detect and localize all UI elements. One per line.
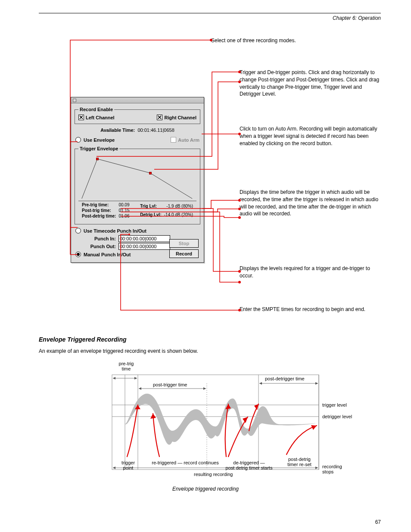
annot-smpte: Enter the SMPTE times for recording to b…	[240, 306, 382, 313]
use-timecode-radio[interactable]	[75, 228, 81, 233]
detrigger-point-handle[interactable]	[149, 172, 152, 174]
svg-rect-11	[112, 375, 319, 470]
punch-in-label: Punch In:	[86, 236, 116, 241]
left-channel-label: Left Channel	[86, 115, 115, 120]
lbl-detriglvl: detrigger level	[322, 414, 352, 419]
use-envelope-label: Use Envelope	[84, 137, 115, 143]
page-number: 67	[375, 519, 381, 530]
svg-marker-24	[259, 382, 262, 385]
section-title: Envelope Triggered Recording	[39, 336, 381, 343]
titlebar[interactable]	[71, 97, 204, 103]
annot-times-display: Displays the time before the trigger in …	[240, 189, 382, 218]
available-time: Available Time: 00:01:46.11|0658	[71, 128, 204, 133]
annot-levels-display: Displays the levels required for a trigg…	[240, 265, 382, 280]
lbl-trigpoint: trigger point	[116, 460, 140, 470]
lbl-timerreset: post-detrig timer re-set	[282, 457, 317, 467]
svg-marker-25	[315, 382, 318, 385]
svg-marker-35	[254, 404, 258, 410]
svg-marker-34	[243, 417, 248, 423]
section-body: An example of an envelope triggered reco…	[39, 348, 381, 354]
record-enable-legend: Record Enable	[78, 107, 114, 112]
right-channel-label: Right Channel	[164, 115, 196, 120]
lbl-triglvl: trigger level	[322, 402, 347, 408]
stop-button[interactable]: Stop	[169, 239, 199, 248]
trigger-envelope-group: Trigger Envelope Pre-trig time:00.09 Pos…	[75, 146, 200, 224]
lbl-posttrig: post-trigger time	[153, 382, 187, 387]
header-chapter: Chapter 6: Operation	[333, 15, 381, 21]
annot-trigger-points: Trigger and De-trigger points. Click and…	[240, 69, 382, 98]
record-button[interactable]: Record	[169, 249, 199, 258]
svg-marker-31	[135, 405, 140, 409]
record-settings-dialog: Record Enable ✕Left Channel ✕Right Chann…	[71, 97, 204, 263]
lbl-recresult: resulting recording	[194, 472, 233, 477]
auto-arm-checkbox[interactable]: Auto Arm	[171, 137, 199, 143]
left-channel-checkbox[interactable]: ✕Left Channel	[78, 115, 115, 120]
lbl-retrig: re-triggered — record continues	[149, 460, 222, 465]
punch-in-input[interactable]	[118, 235, 170, 242]
svg-marker-36	[311, 425, 317, 430]
lbl-detrig: de-triggered — post detrig timer starts	[219, 460, 279, 470]
svg-marker-18	[113, 377, 115, 380]
svg-marker-21	[139, 387, 141, 390]
manual-punch-label: Manual Punch In/Out	[84, 252, 131, 257]
punch-out-input[interactable]	[118, 243, 170, 250]
manual-punch-radio[interactable]	[75, 252, 81, 257]
titlebar-close-icon[interactable]	[73, 99, 76, 102]
use-envelope-radio[interactable]	[75, 137, 81, 143]
svg-point-8	[238, 281, 241, 283]
record-enable-group: Record Enable ✕Left Channel ✕Right Chann…	[75, 107, 200, 124]
envelope-graph[interactable]	[78, 154, 196, 201]
lbl-postdetrig: post-detrigger time	[265, 376, 305, 381]
diagram-caption: Envelope triggered recording	[0, 486, 411, 492]
lbl-pretrig: pre-trig time	[115, 361, 137, 371]
svg-marker-29	[113, 467, 115, 469]
trigger-envelope-legend: Trigger Envelope	[78, 146, 119, 151]
annot-recording-modes: Select one of three recording modes.	[211, 37, 375, 44]
use-timecode-label: Use Timecode Punch In/Out	[84, 228, 146, 233]
svg-marker-22	[203, 387, 206, 390]
svg-marker-19	[134, 377, 137, 380]
right-channel-checkbox[interactable]: ✕Right Channel	[157, 115, 196, 120]
svg-marker-33	[225, 404, 231, 409]
auto-arm-label: Auto Arm	[178, 137, 199, 143]
trigger-point-handle[interactable]	[96, 158, 99, 160]
lbl-recstop: recording stops	[322, 464, 342, 474]
punch-out-label: Punch Out:	[86, 244, 116, 249]
annot-auto-arm: Click to turn on Auto Arm. Recording wil…	[240, 125, 382, 147]
svg-marker-32	[150, 414, 156, 419]
